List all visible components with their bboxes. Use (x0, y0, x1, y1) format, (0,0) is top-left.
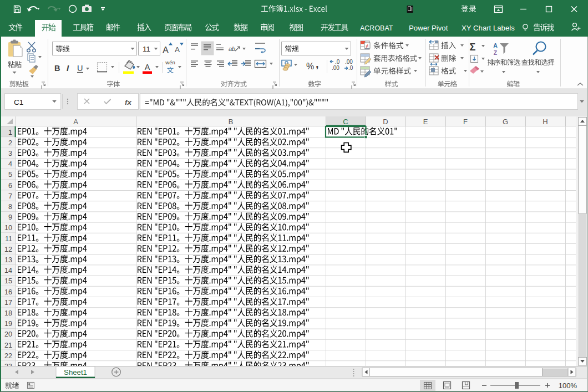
svg-text:ab: ab (229, 45, 235, 52)
svg-text:2: 2 (8, 139, 12, 147)
svg-text:.0: .0 (348, 65, 353, 71)
svg-text:.00: .00 (345, 59, 353, 65)
svg-text:D: D (383, 118, 388, 126)
svg-text:19: 19 (4, 320, 12, 328)
svg-text:6: 6 (8, 182, 12, 190)
svg-text:7: 7 (8, 192, 12, 200)
svg-text:fx: fx (125, 98, 131, 106)
svg-text:G: G (503, 118, 508, 126)
svg-text:E: E (423, 118, 428, 126)
svg-text:1: 1 (8, 129, 12, 136)
svg-text:22: 22 (4, 352, 12, 360)
svg-text:20: 20 (4, 330, 12, 338)
svg-text:A: A (145, 63, 150, 72)
svg-text:21: 21 (4, 342, 12, 349)
svg-text:Sheet1: Sheet1 (64, 368, 87, 376)
svg-text:11: 11 (143, 45, 150, 53)
svg-text:13: 13 (4, 256, 12, 264)
svg-text:3: 3 (8, 150, 12, 157)
svg-text:15: 15 (4, 277, 12, 285)
svg-text:10: 10 (4, 224, 12, 232)
svg-text:4: 4 (8, 160, 12, 168)
svg-text:.00: .00 (332, 65, 339, 71)
svg-text:A: A (175, 45, 180, 54)
svg-text:A: A (73, 118, 78, 126)
svg-text:U: U (77, 64, 83, 73)
svg-text:B: B (229, 118, 234, 126)
svg-text:,: , (316, 58, 319, 70)
svg-text:XY Chart Labels: XY Chart Labels (462, 24, 515, 32)
svg-text:16: 16 (4, 288, 12, 296)
svg-text:H: H (543, 118, 548, 126)
svg-text:100%: 100% (559, 381, 577, 390)
svg-text:C1: C1 (14, 98, 23, 106)
svg-text:Z: Z (494, 49, 498, 56)
svg-text:11: 11 (5, 235, 12, 243)
svg-text:ACROBAT: ACROBAT (360, 24, 393, 32)
svg-text:8: 8 (8, 203, 12, 211)
svg-text:B: B (54, 64, 60, 73)
svg-text:17: 17 (4, 299, 12, 307)
svg-text:F: F (463, 118, 468, 126)
svg-text:wén: wén (165, 59, 175, 65)
svg-text:.0: .0 (335, 59, 340, 65)
svg-text:Power Pivot: Power Pivot (409, 24, 448, 32)
svg-text:%: % (306, 62, 314, 71)
svg-text:5: 5 (8, 171, 12, 179)
svg-text:9: 9 (8, 213, 12, 221)
svg-text:Σ: Σ (470, 42, 476, 53)
svg-text:12: 12 (4, 246, 12, 253)
svg-text:18: 18 (4, 309, 12, 317)
svg-text:A: A (493, 42, 498, 49)
svg-text:14: 14 (4, 267, 12, 274)
svg-text:≠: ≠ (366, 43, 369, 49)
svg-text:A: A (163, 45, 169, 55)
svg-text:C: C (343, 118, 348, 126)
